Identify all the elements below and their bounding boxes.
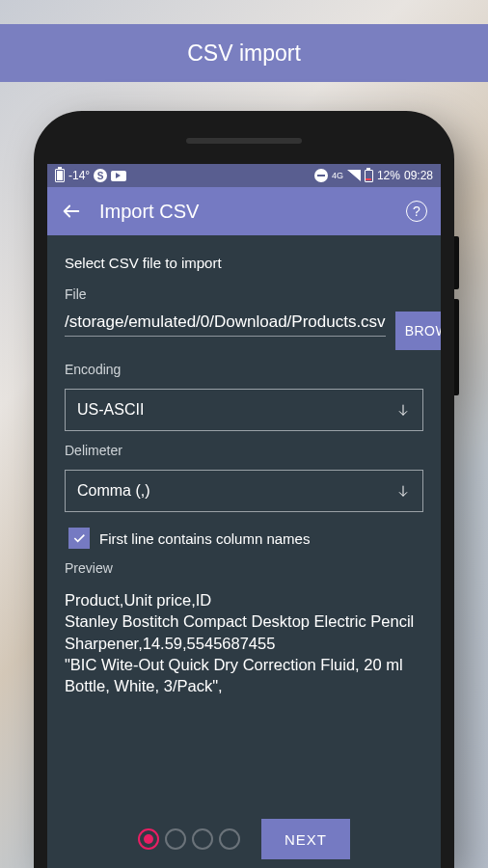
banner-title: CSV import bbox=[187, 41, 301, 67]
temperature: -14° bbox=[68, 169, 90, 182]
network-label: 4G bbox=[332, 171, 343, 180]
delimiter-value: Comma (,) bbox=[77, 482, 395, 500]
form-content: Select CSV file to import File /storage/… bbox=[47, 235, 441, 868]
phone-side-button bbox=[454, 236, 459, 289]
footer: NEXT bbox=[65, 811, 423, 868]
chevron-down-icon bbox=[395, 483, 411, 499]
banner: CSV import bbox=[0, 24, 488, 82]
status-bar: -14° S 4G 12% 09:28 bbox=[47, 164, 441, 187]
help-icon[interactable]: ? bbox=[406, 201, 427, 222]
browse-button[interactable]: BROWSE... bbox=[395, 312, 441, 350]
battery-percent: 12% bbox=[377, 169, 400, 182]
page-dot[interactable] bbox=[192, 828, 213, 850]
screen: -14° S 4G 12% 09:28 Import CSV bbox=[47, 164, 441, 868]
page-title: Import CSV bbox=[99, 201, 389, 223]
preview-label: Preview bbox=[65, 560, 423, 576]
youtube-icon bbox=[111, 171, 126, 181]
app-bar: Import CSV ? bbox=[47, 187, 441, 235]
page-dot[interactable] bbox=[138, 828, 159, 850]
phone-frame: -14° S 4G 12% 09:28 Import CSV bbox=[34, 111, 454, 868]
page-indicator bbox=[138, 828, 240, 850]
next-button[interactable]: NEXT bbox=[261, 819, 350, 859]
dnd-icon bbox=[314, 169, 328, 182]
encoding-value: US-ASCII bbox=[77, 401, 395, 419]
signal-icon bbox=[347, 170, 361, 181]
chevron-down-icon bbox=[395, 402, 411, 418]
page-dot[interactable] bbox=[219, 828, 240, 850]
preview-text: Product,Unit price,ID Stanley Bostitch C… bbox=[65, 589, 423, 696]
delimiter-select[interactable]: Comma (,) bbox=[65, 470, 423, 512]
file-label: File bbox=[65, 286, 423, 302]
phone-side-button bbox=[454, 299, 459, 395]
delimiter-label: Delimeter bbox=[65, 443, 423, 458]
file-path-input[interactable]: /storage/emulated/0/Download/Products.cs… bbox=[65, 312, 386, 337]
battery-level-icon bbox=[365, 170, 373, 182]
back-arrow-icon[interactable] bbox=[61, 201, 82, 222]
section-header: Select CSV file to import bbox=[65, 255, 423, 271]
clock: 09:28 bbox=[404, 169, 433, 182]
skype-icon: S bbox=[94, 169, 107, 182]
battery-icon bbox=[55, 169, 65, 182]
firstline-label: First line contains column names bbox=[99, 530, 310, 547]
phone-speaker bbox=[186, 138, 302, 144]
firstline-checkbox[interactable] bbox=[68, 528, 90, 549]
page-dot[interactable] bbox=[165, 828, 186, 850]
encoding-select[interactable]: US-ASCII bbox=[65, 389, 423, 431]
encoding-label: Encoding bbox=[65, 362, 423, 377]
